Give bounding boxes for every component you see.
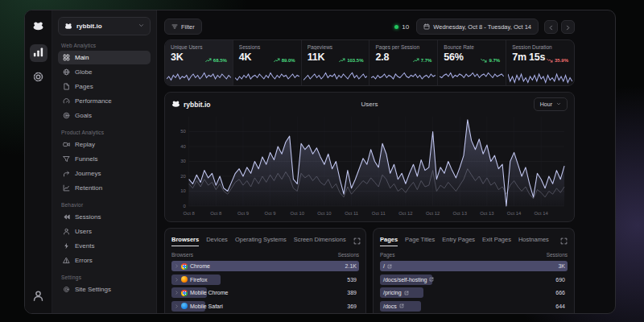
browser-row-chrome[interactable]: Chrome2.1K [171, 261, 359, 271]
chart-site-name: rybbit.io [184, 101, 211, 109]
calendar-icon [423, 23, 430, 30]
stat-card-sessions[interactable]: Sessions4K89.0% [233, 40, 302, 85]
rybbit-logo-icon[interactable] [30, 18, 47, 35]
zap-icon [63, 242, 70, 250]
chevron-right-icon[interactable] [175, 291, 179, 295]
row-label: Chrome [190, 263, 210, 269]
browser-row-mobile-chrome[interactable]: Mobile Chrome389 [171, 287, 359, 298]
sidebar-item-events[interactable]: Events [58, 239, 151, 253]
sidebar-item-retention[interactable]: Retention [58, 181, 151, 195]
retention-icon [63, 184, 70, 192]
tab-browsers[interactable]: Browsers [171, 236, 199, 246]
sidebar-item-label: Retention [75, 184, 102, 192]
sidebar-item-site-settings[interactable]: Site Settings [58, 283, 151, 296]
external-link-icon[interactable] [429, 277, 434, 282]
chart-header: rybbit.io Users Hour [171, 97, 568, 112]
sidebar-item-journeys[interactable]: Journeys [58, 167, 151, 180]
row-label: /pricing [383, 290, 402, 295]
site-name: rybbit.io [76, 23, 102, 30]
stat-sparkline [371, 69, 436, 85]
date-range-button[interactable]: Wednesday, Oct 8 - Tuesday, Oct 14 [416, 19, 539, 35]
stat-sparkline [440, 69, 504, 85]
svg-text:Oct 12: Oct 12 [398, 211, 412, 216]
sidebar-item-funnels[interactable]: Funnels [58, 152, 151, 166]
sidebar-item-label: Journeys [75, 170, 101, 177]
sidebar-item-label: Main [75, 54, 89, 61]
svg-text:Oct 11: Oct 11 [372, 211, 386, 216]
browser-row-mobile-safari[interactable]: Mobile Safari369 [171, 301, 359, 312]
sidebar-item-errors[interactable]: Errors [58, 254, 151, 267]
svg-text:Oct 13: Oct 13 [453, 211, 468, 216]
sidebar-section-label: Product Analytics [61, 130, 147, 135]
session-share-bar [380, 261, 568, 271]
tab-devices[interactable]: Devices [206, 236, 228, 246]
row-label: Mobile Chrome [190, 290, 228, 295]
live-dot-icon [394, 25, 398, 29]
rail-settings-button[interactable] [30, 69, 47, 87]
interval-dropdown[interactable]: Hour [534, 97, 568, 111]
sidebar-item-label: Pages [75, 83, 93, 90]
tab-entry-pages[interactable]: Entry Pages [442, 236, 475, 246]
stat-value: 7m 15s [512, 52, 545, 63]
sidebar-item-goals[interactable]: Goals [58, 109, 151, 122]
sidebar-item-users[interactable]: Users [58, 225, 151, 238]
stat-change-badge: 9.7% [481, 58, 500, 63]
expand-panel-button[interactable] [353, 233, 361, 248]
external-link-icon[interactable] [404, 291, 409, 295]
browser-row-firefox[interactable]: Firefox539 [171, 275, 359, 285]
trend-up-icon [205, 58, 212, 63]
sidebar-item-label: Goals [75, 112, 92, 119]
rail-account-button[interactable] [30, 288, 47, 306]
sidebar-item-performance[interactable]: Performance [58, 94, 151, 108]
rail-analytics-button[interactable] [30, 44, 47, 62]
stat-change-badge: 68.5% [205, 58, 227, 63]
svg-text:Oct 14: Oct 14 [535, 211, 549, 216]
stat-sparkline [235, 69, 299, 85]
next-period-button[interactable] [561, 20, 575, 34]
svg-text:Oct 8: Oct 8 [210, 211, 222, 216]
dashboard-icon [63, 54, 70, 61]
chart-site-brand: rybbit.io [171, 99, 211, 109]
stat-title: Pageviews [308, 44, 364, 50]
stat-change-value: 9.7% [489, 58, 500, 63]
stat-value: 2.8 [375, 52, 389, 63]
sidebar-item-main[interactable]: Main [58, 51, 151, 64]
tab-exit-pages[interactable]: Exit Pages [482, 236, 511, 246]
tab-page-titles[interactable]: Page Titles [405, 236, 435, 246]
svg-text:Oct 11: Oct 11 [345, 211, 359, 216]
external-link-icon[interactable] [399, 303, 404, 308]
sidebar-item-sessions[interactable]: Sessions [58, 210, 151, 224]
stat-card-session-duration[interactable]: Session Duration7m 15s35.9% [506, 40, 574, 85]
stat-card-bounce-rate[interactable]: Bounce Rate56%9.7% [438, 40, 506, 85]
expand-panel-button[interactable] [560, 233, 568, 248]
external-link-icon[interactable] [387, 264, 392, 269]
row-label: /docs [383, 303, 397, 309]
page-row--[interactable]: /3K [380, 261, 568, 271]
panel-tabs: PagesPage TitlesEntry PagesExit PagesHos… [380, 233, 568, 248]
globe-icon [63, 68, 70, 76]
chevron-right-icon[interactable] [175, 304, 179, 308]
date-range-label: Wednesday, Oct 8 - Tuesday, Oct 14 [433, 23, 531, 31]
main-content: Filter 10 Wednesday, Oct 8 - Tuesday, Oc… [157, 10, 615, 313]
page-row--docs-self-hosting[interactable]: /docs/self-hosting690 [380, 275, 568, 285]
stat-card-pages-per-session[interactable]: Pages per Session2.87.7% [369, 40, 438, 85]
chevron-right-icon[interactable] [175, 278, 179, 282]
sidebar-item-globe[interactable]: Globe [58, 65, 151, 79]
tab-pages[interactable]: Pages [380, 236, 398, 246]
page-row--docs[interactable]: /docs644 [380, 301, 568, 312]
page-row--pricing[interactable]: /pricing666 [380, 287, 568, 298]
sidebar-item-replay[interactable]: Replay [58, 138, 151, 151]
chevron-down-icon [138, 23, 144, 30]
sidebar-item-pages[interactable]: Pages [58, 80, 151, 93]
tab-screen-dimensions[interactable]: Screen Dimensions [294, 236, 346, 246]
prev-period-button[interactable] [544, 20, 558, 34]
tab-hostnames[interactable]: Hostnames [518, 236, 549, 246]
stat-card-unique-users[interactable]: Unique Users3K68.5% [165, 40, 233, 85]
filter-button[interactable]: Filter [164, 19, 202, 35]
sidebar-item-label: Sessions [75, 213, 101, 221]
sidebar-item-label: Site Settings [75, 286, 111, 293]
stat-card-pageviews[interactable]: Pageviews11K103.5% [302, 40, 370, 85]
chevron-right-icon[interactable] [175, 264, 179, 268]
site-selector[interactable]: rybbit.io [58, 17, 151, 35]
tab-operating-systems[interactable]: Operating Systems [235, 236, 287, 246]
